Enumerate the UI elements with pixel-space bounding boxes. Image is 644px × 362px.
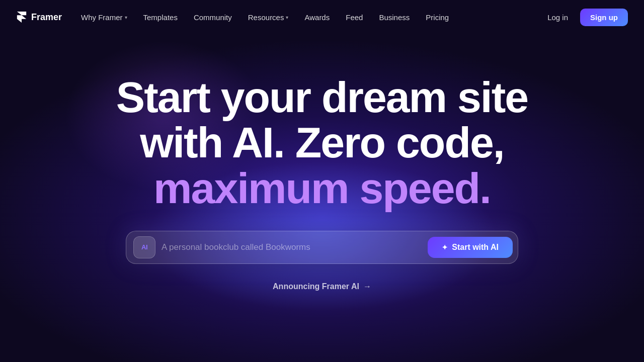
brand-name: Framer [31, 12, 62, 23]
nav-pricing[interactable]: Pricing [419, 9, 456, 26]
chevron-down-icon: ▾ [125, 15, 127, 20]
hero-title-line2: with AI. Zero code, [116, 120, 528, 165]
hero-title-line3: maximum speed. [116, 165, 528, 211]
nav-business[interactable]: Business [372, 9, 417, 26]
hero-title: Start your dream site with AI. Zero code… [116, 74, 528, 211]
star-icon: ✦ [442, 243, 448, 251]
navigation: Framer Why Framer ▾ Templates Community … [0, 0, 644, 34]
ai-icon-container: AI [133, 236, 155, 258]
arrow-right-icon: → [363, 282, 371, 291]
ai-search-bar: AI ✦ Start with AI [126, 231, 518, 264]
framer-logo-icon [16, 12, 27, 23]
nav-why-framer[interactable]: Why Framer ▾ [74, 9, 134, 26]
brand-logo[interactable]: Framer [16, 12, 62, 23]
nav-auth: Log in Sign up [539, 9, 628, 26]
hero-section: Start your dream site with AI. Zero code… [0, 34, 644, 291]
login-button[interactable]: Log in [539, 9, 576, 26]
nav-resources[interactable]: Resources ▾ [241, 9, 296, 26]
search-input[interactable] [162, 242, 422, 252]
start-ai-label: Start with AI [452, 243, 499, 252]
start-with-ai-button[interactable]: ✦ Start with AI [428, 237, 513, 258]
nav-community[interactable]: Community [187, 9, 239, 26]
nav-items: Why Framer ▾ Templates Community Resourc… [74, 9, 535, 26]
signup-button[interactable]: Sign up [580, 9, 628, 26]
hero-title-line1: Start your dream site [116, 74, 528, 120]
nav-templates[interactable]: Templates [136, 9, 185, 26]
nav-feed[interactable]: Feed [339, 9, 370, 26]
announcing-text: Announcing Framer AI [273, 282, 359, 291]
chevron-down-icon: ▾ [286, 15, 288, 20]
ai-icon: AI [141, 243, 147, 251]
nav-awards[interactable]: Awards [297, 9, 337, 26]
announcing-banner[interactable]: Announcing Framer AI → [273, 282, 371, 291]
